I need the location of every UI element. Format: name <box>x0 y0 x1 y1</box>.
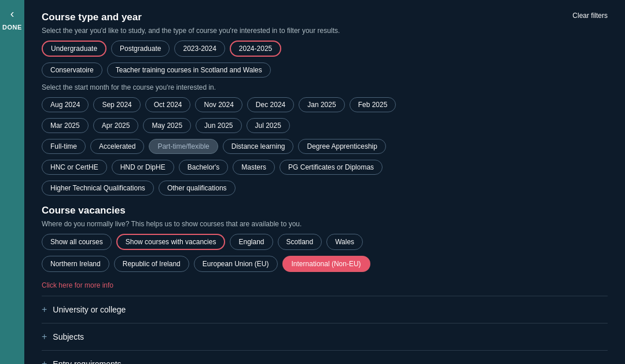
filter-pill[interactable]: Dec 2024 <box>247 97 294 112</box>
filter-pill[interactable]: Jul 2025 <box>247 118 290 133</box>
qual-pills-row1: HNC or CertHEHND or DipHEBachelor'sMaste… <box>42 160 608 175</box>
filter-pill[interactable]: Sep 2024 <box>93 97 140 112</box>
filter-pill[interactable]: Oct 2024 <box>145 97 191 112</box>
filter-pill[interactable]: England <box>230 234 273 250</box>
other-pills-row: ConservatoireTeacher training courses in… <box>42 62 608 78</box>
filter-pill[interactable]: Republic of Ireland <box>114 256 189 272</box>
filter-pill[interactable]: Masters <box>233 160 275 175</box>
filter-pill[interactable]: Higher Technical Qualifications <box>42 181 154 196</box>
plus-icon: + <box>42 304 47 315</box>
collapsible-sections: +University or college+Subjects+Entry re… <box>42 296 608 364</box>
course-type-title: Course type and year <box>42 12 608 23</box>
filter-pill[interactable]: May 2025 <box>143 118 191 133</box>
filter-pill[interactable]: Apr 2025 <box>93 118 139 133</box>
course-type-section: Course type and year Select the year you… <box>42 12 608 196</box>
filter-pill[interactable]: Accelerated <box>90 139 144 154</box>
plus-icon: + <box>42 332 47 342</box>
filter-pill[interactable]: Conservatoire <box>42 62 102 78</box>
filter-pill[interactable]: PG Certificates or Diplomas <box>280 160 383 175</box>
plus-icon: + <box>42 359 47 364</box>
collapsible-section[interactable]: +Entry requirements <box>42 350 608 364</box>
collapsible-section-label: Entry requirements <box>53 359 121 364</box>
filter-pill[interactable]: Degree Apprenticeship <box>298 139 385 154</box>
filter-pill[interactable]: HNC or CertHE <box>42 160 107 175</box>
filter-pill[interactable]: Aug 2024 <box>42 97 89 112</box>
main-content: Clear filters Course type and year Selec… <box>24 0 625 364</box>
collapsible-section-label: University or college <box>53 305 126 314</box>
filter-pill[interactable]: European Union (EU) <box>194 256 278 272</box>
filter-pill[interactable]: Wales <box>326 234 363 250</box>
filter-pill[interactable]: Show all courses <box>42 234 112 250</box>
filter-pill[interactable]: Distance learning <box>223 139 294 154</box>
qual-pills-row2: Higher Technical QualificationsOther qua… <box>42 181 608 196</box>
clear-filters-link[interactable]: Clear filters <box>572 12 608 20</box>
back-icon[interactable]: ‹ <box>10 7 14 20</box>
filter-pill[interactable]: Nov 2024 <box>195 97 242 112</box>
collapsible-section[interactable]: +University or college <box>42 296 608 323</box>
filter-pill[interactable]: Bachelor's <box>179 160 229 175</box>
click-here-link[interactable]: Click here for more info <box>42 281 113 289</box>
filter-pill[interactable]: Part-time/flexible <box>149 139 218 154</box>
vacancy-pills-row1: Show all coursesShow courses with vacanc… <box>42 234 608 250</box>
course-type-desc: Select the year you'd like to study, and… <box>42 27 608 35</box>
vacancies-title: Course vacancies <box>42 205 608 216</box>
month-pills-row2: Mar 2025Apr 2025May 2025Jun 2025Jul 2025 <box>42 118 608 133</box>
collapsible-section-label: Subjects <box>53 332 84 341</box>
month-pills-row1: Aug 2024Sep 2024Oct 2024Nov 2024Dec 2024… <box>42 97 608 112</box>
filter-pill[interactable]: Scotland <box>278 234 322 250</box>
filter-pill[interactable]: International (Non-EU) <box>282 256 370 272</box>
filter-pill[interactable]: Jun 2025 <box>196 118 241 133</box>
sidebar: ‹ DONE <box>0 0 24 364</box>
done-label[interactable]: DONE <box>2 24 22 31</box>
collapsible-section[interactable]: +Subjects <box>42 323 608 350</box>
vacancy-pills-row2: Northern IrelandRepublic of IrelandEurop… <box>42 256 608 272</box>
filter-pill[interactable]: Teacher training courses in Scotland and… <box>107 62 271 78</box>
mode-pills-row: Full-timeAcceleratedPart-time/flexibleDi… <box>42 139 608 154</box>
month-label: Select the start month for the course yo… <box>42 83 608 91</box>
filter-pill[interactable]: Feb 2025 <box>350 97 396 112</box>
filter-pill[interactable]: Undergraduate <box>42 41 106 57</box>
filter-pill[interactable]: Jan 2025 <box>299 97 344 112</box>
vacancies-desc: Where do you normally live? This helps u… <box>42 220 608 228</box>
filter-pill[interactable]: Postgraduate <box>111 41 170 57</box>
filter-pill[interactable]: Other qualifications <box>159 181 236 196</box>
filter-pill[interactable]: HND or DipHE <box>112 160 174 175</box>
course-vacancies-section: Course vacancies Where do you normally l… <box>42 205 608 290</box>
filter-pill[interactable]: Show courses with vacancies <box>116 234 226 250</box>
filter-pill[interactable]: 2023-2024 <box>174 41 225 57</box>
filter-pill[interactable]: 2024-2025 <box>230 41 281 57</box>
filter-pill[interactable]: Mar 2025 <box>42 118 89 133</box>
filter-pill[interactable]: Northern Ireland <box>42 256 109 272</box>
type-pills-row: UndergraduatePostgraduate2023-20242024-2… <box>42 41 608 57</box>
filter-pill[interactable]: Full-time <box>42 139 86 154</box>
